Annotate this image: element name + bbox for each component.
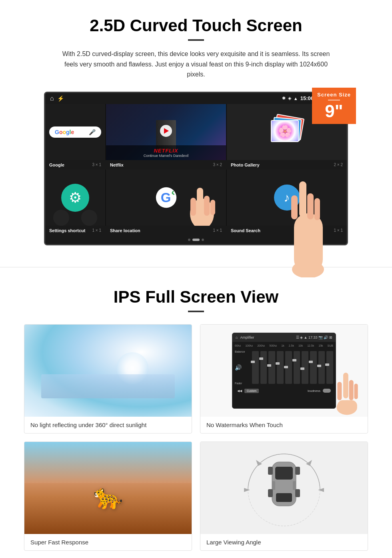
photo-card-front: 🌸 — [271, 120, 299, 142]
status-time: 15:06 — [300, 95, 314, 101]
settings-dim: 1 × 1 — [92, 228, 101, 233]
svg-rect-25 — [268, 467, 273, 475]
section2-title: IPS Full Screen View — [24, 287, 368, 307]
sound-name: Sound Search — [231, 228, 260, 233]
ips-card-viewing: Large Viewing Angle — [200, 442, 368, 551]
netflix-subtitle: Continue Marvel's Daredevil — [109, 154, 223, 158]
svg-rect-16 — [354, 383, 358, 399]
section1-title: 2.5D Curved Touch Screen — [24, 16, 368, 35]
svg-rect-14 — [349, 380, 354, 400]
sunlight-label: No light reflecting under 360° direct su… — [24, 417, 192, 433]
device-mockup: ⌂ ⚡ ✱ ◈ ▲ 15:06 📷 🔊 ⊠ ▭ — [44, 92, 348, 245]
svg-rect-24 — [293, 481, 296, 490]
eq-content: 60hz100hz200hz500hz1k2.5k10k12.5k15kSUB … — [232, 342, 336, 396]
eq-icons: ☰ ◈ ▲ 17:33 📷 🔊 ⊠ — [296, 335, 332, 339]
google-label: Google 3 × 1 — [45, 160, 105, 170]
mic-icon: 🎤 — [89, 129, 96, 135]
ips-title-underline — [188, 311, 204, 312]
svg-rect-22 — [276, 493, 292, 502]
loudness-toggle[interactable] — [323, 389, 331, 393]
viewing-label: Large Viewing Angle — [200, 534, 368, 550]
eq-freq-labels: 60hz100hz200hz500hz1k2.5k10k12.5k15kSUB — [235, 343, 333, 348]
netflix-name: Netflix — [110, 163, 124, 167]
watermarks-label: No Watermarks When Touch — [200, 417, 368, 433]
section-curved-touch: 2.5D Curved Touch Screen With 2.5D curve… — [0, 0, 392, 263]
bluetooth-icon: ✱ — [282, 96, 286, 101]
flower-image: 🌸 — [272, 121, 298, 141]
eq-image: ⌂ Amplifier ☰ ◈ ▲ 17:33 📷 🔊 ⊠ 60hz100hz2… — [200, 325, 368, 417]
gallery-label: Photo Gallery 2 × 2 — [227, 160, 347, 170]
wifi-icon: ▲ — [294, 96, 298, 101]
google-app-cell[interactable]: Google 🎤 — [45, 104, 105, 160]
eq-home-icon: ⌂ — [236, 335, 238, 339]
ips-card-sunlight: No light reflecting under 360° direct su… — [24, 324, 192, 434]
badge-line — [328, 100, 340, 100]
sound-icon: ♪ — [274, 185, 300, 211]
sound-search-cell[interactable]: ♪ — [227, 170, 347, 226]
section-ips: IPS Full Screen View No light reflecting… — [0, 271, 392, 558]
share-dim: 1 × 1 — [213, 228, 222, 233]
eq-bottom-bar: ◀◀ Custom loudness — [235, 387, 333, 395]
eq-back-icon: ◀◀ — [237, 389, 242, 393]
eq-title: Amplifier — [240, 335, 254, 339]
gallery-dim: 2 × 2 — [334, 163, 343, 167]
svg-rect-21 — [275, 467, 293, 480]
section1-desc: With 2.5D curved-display screen, this de… — [56, 49, 336, 80]
device-wrapper: Screen Size 9" ⌂ ⚡ ✱ ◈ ▲ 15:06 � — [44, 92, 348, 245]
ips-card-watermarks: ⌂ Amplifier ☰ ◈ ▲ 17:33 📷 🔊 ⊠ 60hz100hz2… — [200, 324, 368, 434]
eq-hand-svg — [332, 373, 364, 417]
eq-mockup: ⌂ Amplifier ☰ ◈ ▲ 17:33 📷 🔊 ⊠ 60hz100hz2… — [232, 333, 336, 409]
shadow-circle1 — [53, 210, 69, 226]
share-location-cell[interactable]: G — [106, 170, 226, 226]
netflix-app-cell[interactable]: NETFLIX Continue Marvel's Daredevil — [106, 104, 226, 160]
svg-rect-6 — [210, 200, 215, 215]
settings-gear: ⚙ — [61, 184, 89, 212]
sound-label: Sound Search 1 × 1 — [227, 226, 347, 235]
eq-bars — [252, 349, 333, 385]
google-name: Google — [49, 163, 64, 167]
status-bar: ⌂ ⚡ ✱ ◈ ▲ 15:06 📷 🔊 ⊠ ▭ — [45, 93, 347, 104]
car-angle-svg — [244, 446, 324, 530]
play-triangle — [164, 128, 169, 134]
svg-rect-28 — [295, 489, 300, 497]
sound-dim: 1 × 1 — [334, 228, 343, 233]
app-grid-top: Google 🎤 NETFL — [45, 104, 347, 160]
badge-label: Screen Size — [315, 92, 353, 98]
gallery-name: Photo Gallery — [231, 163, 260, 167]
title-underline — [188, 39, 204, 41]
dot-1 — [188, 239, 190, 241]
svg-rect-18 — [337, 400, 357, 411]
maps-icon: G — [155, 187, 177, 209]
svg-rect-15 — [337, 382, 342, 400]
google-logo: Google — [55, 129, 74, 135]
ips-grid: No light reflecting under 360° direct su… — [24, 324, 368, 551]
settings-app-cell[interactable]: ⚙ — [45, 170, 105, 226]
hand-pointing-icon — [178, 170, 226, 226]
usb-icon: ⚡ — [57, 95, 64, 102]
play-button[interactable] — [160, 125, 172, 137]
google-dim: 3 × 1 — [92, 163, 101, 167]
svg-rect-13 — [343, 373, 348, 398]
screen-size-badge: Screen Size 9" — [312, 88, 356, 124]
netflix-overlay: NETFLIX Continue Marvel's Daredevil — [106, 145, 226, 160]
app-labels-row1: Google 3 × 1 Netflix 3 × 2 Photo Gallery… — [45, 160, 347, 170]
car-image — [200, 442, 368, 534]
svg-rect-27 — [268, 489, 273, 497]
svg-rect-23 — [272, 481, 275, 490]
custom-button[interactable]: Custom — [244, 389, 259, 393]
svg-text:G: G — [160, 190, 171, 205]
netflix-dim: 3 × 2 — [213, 163, 222, 167]
share-label: Share location 1 × 1 — [106, 226, 226, 235]
dot-2-active — [192, 239, 200, 241]
settings-label: Settings shortcut 1 × 1 — [45, 226, 105, 235]
cheetah-image: 🐆 — [24, 442, 192, 534]
netflix-logo: NETFLIX — [109, 148, 223, 154]
photo-stack: 🌸 — [271, 116, 303, 148]
dot-3 — [202, 239, 204, 241]
google-search-bar[interactable]: Google 🎤 — [49, 126, 101, 138]
location-icon: ◈ — [288, 96, 291, 101]
netflix-label: Netflix 3 × 2 — [106, 160, 226, 170]
share-name: Share location — [110, 228, 140, 233]
loudness-label: loudness — [308, 389, 320, 393]
ips-card-speed: 🐆 Super Fast Response — [24, 442, 192, 551]
